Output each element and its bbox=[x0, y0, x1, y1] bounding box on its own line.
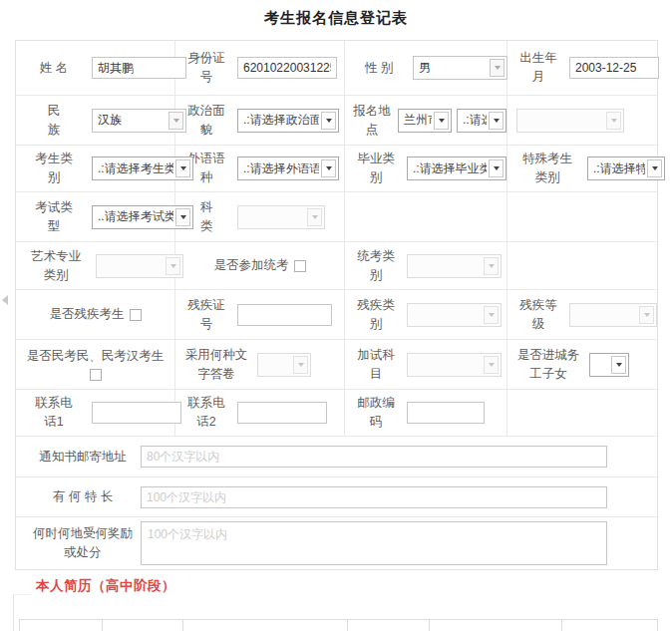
field-disability-level: 残疾等 级 bbox=[507, 290, 657, 339]
minority-exam-label: 是否民考民、民考汉考生 bbox=[27, 348, 165, 366]
field-extra-test-subject: 加试科 目 bbox=[345, 340, 507, 389]
chevron-down-icon bbox=[489, 112, 504, 130]
form-row: 通知书邮寄地址 bbox=[16, 437, 657, 477]
reg-place-district-select[interactable]: .:请选择报 bbox=[457, 109, 506, 133]
resume-table bbox=[19, 619, 658, 631]
gender-select[interactable]: 男 bbox=[413, 56, 507, 80]
disability-level-select[interactable] bbox=[569, 303, 657, 327]
form-row: 姓 名 身份证 号 性 别 男 出生年 月 bbox=[16, 41, 657, 96]
form-row: 考生类 别 .:请选择考生类 外语语 种 .:请选择外语语 毕业类 别 .:请选… bbox=[16, 146, 657, 192]
empty-cell bbox=[345, 192, 507, 241]
ethnicity-select-value: 汉族 bbox=[98, 112, 122, 129]
field-phone1: 联系电 话1 bbox=[16, 390, 175, 436]
field-disability-type: 残疾类 别 bbox=[345, 290, 507, 339]
field-disability-cert-no: 残疾证 号 bbox=[175, 290, 345, 339]
field-reg-place-extra bbox=[507, 96, 657, 145]
chevron-down-icon bbox=[490, 59, 504, 77]
field-art-major-type: 艺术专业 类别 bbox=[16, 242, 175, 289]
phone1-input[interactable] bbox=[92, 402, 181, 424]
subject-category-select[interactable] bbox=[237, 205, 325, 229]
political-status-select[interactable]: .:请选择政治面 bbox=[237, 109, 339, 133]
form-row: 何时何地受何奖励 或处分 bbox=[16, 517, 657, 569]
postal-code-input[interactable] bbox=[407, 402, 485, 424]
resume-table-cell bbox=[430, 620, 562, 631]
field-birth-date: 出生年 月 bbox=[507, 41, 657, 95]
field-reg-place: 报名地 点 兰州市 .:请选择报 bbox=[345, 96, 507, 145]
unified-exam-label: 是否参加统考 bbox=[214, 257, 289, 274]
chevron-down-icon bbox=[606, 112, 621, 130]
candidate-type-select-value: .:请选择考生类 bbox=[98, 160, 173, 177]
unified-exam-type-select[interactable] bbox=[407, 254, 502, 278]
specialty-input[interactable] bbox=[141, 486, 607, 508]
page-title: 考生报名信息登记表 bbox=[0, 9, 672, 28]
candidate-type-label: 考生类 别 bbox=[25, 150, 83, 187]
birth-date-input[interactable] bbox=[569, 57, 659, 79]
art-major-type-select[interactable] bbox=[96, 254, 183, 278]
field-specialty: 有 何 特 长 bbox=[16, 477, 657, 516]
form-row: 艺术专业 类别 是否参加统考 统考类 别 bbox=[16, 242, 657, 290]
graduation-type-select[interactable]: .:请选择毕业类 bbox=[407, 157, 506, 180]
reg-place-city-select[interactable]: 兰州市 bbox=[398, 109, 452, 133]
answer-script-label: 采用何种文 字答卷 bbox=[184, 346, 248, 384]
resume-section-title: 本人简历（高中阶段） bbox=[36, 577, 175, 595]
collapse-arrow-icon[interactable] bbox=[2, 295, 8, 305]
empty-cell bbox=[507, 242, 657, 289]
disability-type-label: 残疾类 别 bbox=[354, 296, 398, 334]
exam-type-select-value: ..请选择考试类 bbox=[98, 208, 173, 225]
extra-test-subject-select[interactable] bbox=[407, 353, 502, 377]
reg-place-extra-select[interactable] bbox=[516, 109, 624, 133]
field-unified-exam-type: 统考类 别 bbox=[345, 242, 507, 289]
awards-punishments-label: 何时何地受何奖励 或处分 bbox=[31, 524, 135, 562]
phone2-input[interactable] bbox=[237, 402, 327, 424]
chevron-down-icon bbox=[321, 112, 336, 130]
name-label: 姓 名 bbox=[25, 59, 83, 78]
chevron-down-icon bbox=[293, 356, 308, 374]
unified-exam-checkbox[interactable] bbox=[294, 260, 306, 272]
reg-place-district-value: .:请选择报 bbox=[463, 112, 487, 129]
ethnicity-select[interactable]: 汉族 bbox=[92, 109, 186, 133]
migrant-worker-child-label: 是否进城务 工子女 bbox=[516, 346, 580, 384]
id-no-input[interactable] bbox=[237, 57, 337, 79]
field-disabled-candidate: 是否残疾考生 bbox=[16, 290, 175, 339]
field-graduation-type: 毕业类 别 .:请选择毕业类 bbox=[345, 146, 507, 191]
registration-form: 姓 名 身份证 号 性 别 男 出生年 月 民 族 汉族 bbox=[15, 40, 658, 570]
name-input[interactable] bbox=[92, 57, 186, 79]
minority-exam-checkbox[interactable] bbox=[90, 369, 102, 381]
disabled-candidate-label: 是否残疾考生 bbox=[50, 306, 125, 323]
disability-cert-no-input[interactable] bbox=[237, 304, 332, 326]
unified-exam-type-label: 统考类 别 bbox=[354, 247, 398, 285]
chevron-down-icon bbox=[321, 159, 336, 177]
field-ethnicity: 民 族 汉族 bbox=[16, 96, 175, 145]
disabled-candidate-checkbox[interactable] bbox=[130, 309, 142, 321]
foreign-language-select-value: .:请选择外语语 bbox=[243, 160, 319, 177]
mailing-address-input[interactable] bbox=[141, 446, 607, 468]
disability-type-select[interactable] bbox=[407, 303, 502, 327]
chevron-down-icon bbox=[307, 208, 322, 226]
awards-punishments-textarea[interactable] bbox=[141, 521, 607, 565]
form-row: 联系电 话1 联系电 话2 邮政编 码 bbox=[16, 390, 657, 437]
disability-cert-no-label: 残疾证 号 bbox=[184, 296, 228, 334]
exam-type-select[interactable]: ..请选择考试类 bbox=[92, 205, 193, 229]
resume-table-cell bbox=[183, 620, 348, 631]
foreign-language-select[interactable]: .:请选择外语语 bbox=[237, 157, 339, 180]
postal-code-label: 邮政编 码 bbox=[354, 394, 398, 432]
form-row: 民 族 汉族 政治面 貌 .:请选择政治面 报名地 点 兰州市 .:请选择报 bbox=[16, 96, 657, 146]
chevron-down-icon bbox=[647, 159, 662, 177]
extra-test-subject-label: 加试科 目 bbox=[354, 346, 398, 384]
field-special-candidate-type: 特殊考生 类别 .:请选择特殊 bbox=[507, 146, 657, 191]
migrant-worker-child-select[interactable] bbox=[589, 353, 629, 377]
special-candidate-type-select[interactable]: .:请选择特殊 bbox=[587, 157, 665, 180]
chevron-down-icon bbox=[166, 257, 180, 275]
candidate-type-select[interactable]: .:请选择考生类 bbox=[92, 157, 193, 180]
answer-script-select[interactable] bbox=[257, 353, 311, 377]
field-answer-script: 采用何种文 字答卷 bbox=[175, 340, 345, 389]
field-phone2: 联系电 话2 bbox=[175, 390, 345, 436]
chevron-down-icon bbox=[434, 112, 449, 130]
gender-label: 性 别 bbox=[354, 59, 404, 78]
ethnicity-label: 民 族 bbox=[25, 102, 83, 140]
field-awards-punishments: 何时何地受何奖励 或处分 bbox=[16, 517, 657, 569]
form-row: 有 何 特 长 bbox=[16, 477, 657, 517]
field-id-no: 身份证 号 bbox=[175, 41, 345, 95]
phone1-label: 联系电 话1 bbox=[25, 394, 83, 432]
field-candidate-type: 考生类 别 .:请选择考生类 bbox=[16, 146, 175, 191]
